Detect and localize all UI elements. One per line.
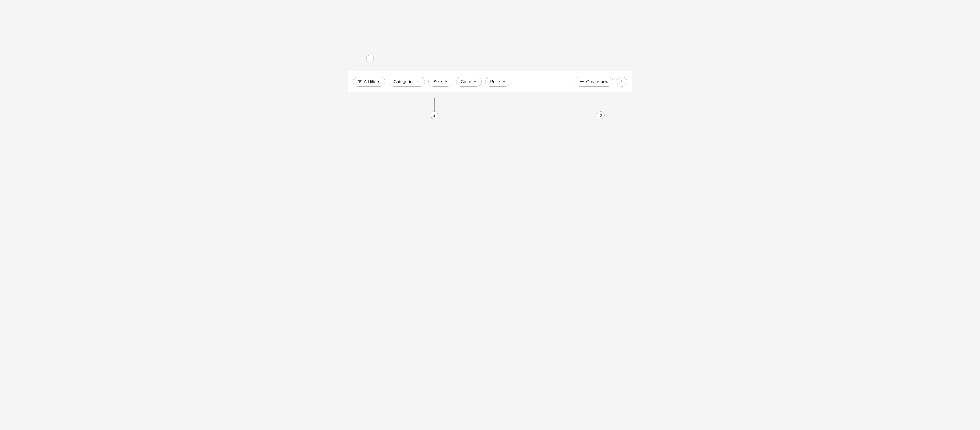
all-filters-label: All filters: [364, 79, 380, 84]
chevron-down-icon: [444, 80, 448, 83]
chevron-down-icon: [473, 80, 477, 83]
filter-chip-label: Color: [461, 79, 471, 84]
filter-chip-color[interactable]: Color: [456, 76, 482, 87]
create-new-button[interactable]: Create new: [575, 76, 613, 87]
svg-point-5: [622, 80, 622, 81]
filter-icon: [358, 79, 362, 84]
diagram-canvas: All filters Categories Size Color: [291, 0, 689, 175]
filter-chip-size[interactable]: Size: [428, 76, 452, 87]
annotation-lead-3: [601, 98, 601, 111]
more-options-button[interactable]: [617, 76, 627, 87]
create-new-label: Create new: [586, 79, 608, 84]
annotation-callout-2: 2: [431, 111, 438, 119]
filter-chip-label: Categories: [393, 79, 414, 84]
annotation-callout-3: 3: [597, 111, 605, 119]
svg-point-6: [622, 81, 622, 82]
annotation-callout-1: 1: [366, 55, 374, 62]
annotation-number: 1: [369, 57, 371, 61]
annotation-number: 3: [600, 113, 602, 117]
plus-icon: [579, 79, 584, 84]
filter-chip-label: Price: [490, 79, 500, 84]
chevron-down-icon: [502, 80, 506, 83]
filter-group: All filters Categories Size Color: [353, 76, 511, 87]
more-vertical-icon: [620, 79, 624, 84]
toolbar: All filters Categories Size Color: [348, 71, 632, 92]
all-filters-chip[interactable]: All filters: [353, 76, 385, 87]
annotation-number: 2: [433, 113, 435, 117]
chevron-down-icon: [417, 80, 420, 83]
filter-chip-categories[interactable]: Categories: [389, 76, 425, 87]
action-group: Create new: [575, 76, 627, 87]
filter-chip-price[interactable]: Price: [485, 76, 511, 87]
filter-chip-label: Size: [433, 79, 442, 84]
svg-point-7: [622, 83, 622, 83]
